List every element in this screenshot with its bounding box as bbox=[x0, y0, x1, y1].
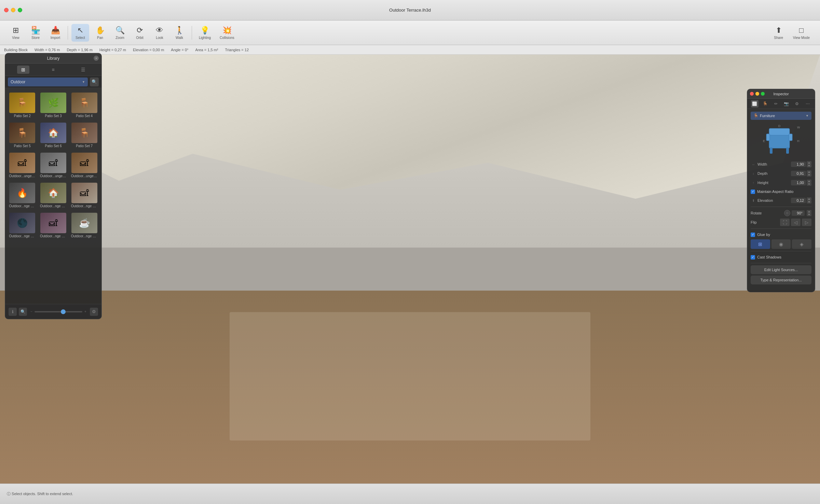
elevation-decrement[interactable]: ▼ bbox=[807, 200, 811, 204]
library-search-button[interactable]: 🔍 bbox=[90, 78, 99, 86]
elevation-value[interactable]: 0,12 bbox=[791, 198, 806, 203]
glue-wall-button[interactable]: ◉ bbox=[771, 239, 791, 249]
toolbar-zoom[interactable]: 🔍 Zoom bbox=[111, 24, 129, 42]
library-category-dropdown[interactable]: Outdoor ▼ bbox=[8, 78, 88, 86]
library-item-lounge3[interactable]: 🛋 Outdoor...unge Set 3 bbox=[70, 151, 99, 179]
library-bottom-btn-1[interactable]: ℹ bbox=[9, 308, 17, 316]
inspector-body: 🪑 Furniture ▼ D W H E bbox=[747, 109, 815, 289]
library-item-patio3[interactable]: 🌿 Patio Set 3 bbox=[39, 91, 68, 119]
library-item-thumb-lounge1: 🛋 bbox=[9, 153, 35, 173]
inspector-tl-red[interactable] bbox=[750, 92, 754, 96]
minimize-button[interactable] bbox=[11, 8, 15, 12]
library-item-lounge6[interactable]: 🛋 Outdoor...nge Set 6 bbox=[70, 181, 99, 209]
toolbar-import[interactable]: 📥 Import bbox=[46, 24, 64, 42]
library-item-patio7[interactable]: 🪑 Patio Set 7 bbox=[70, 121, 99, 149]
flip-right-button[interactable]: ▷ bbox=[802, 219, 811, 226]
inspector-tab-material[interactable]: 🪑 bbox=[762, 100, 769, 108]
inspector-tab-more[interactable]: ⋯ bbox=[804, 100, 811, 108]
toolbar-collisions[interactable]: 💥 Collisions bbox=[216, 24, 238, 42]
toolbar-view[interactable]: ⊞ View bbox=[7, 24, 25, 42]
library-settings-button[interactable]: ⚙ bbox=[90, 308, 98, 316]
maximize-button[interactable] bbox=[18, 8, 22, 12]
width-value[interactable]: 1,90 bbox=[791, 162, 806, 167]
library-item-lounge7[interactable]: 🌑 Outdoor...nge Set 7 bbox=[8, 211, 37, 239]
toolbar-select[interactable]: ↖ Select bbox=[71, 24, 89, 42]
glue-floor-button[interactable]: ⊞ bbox=[751, 239, 770, 249]
inspector-tab-settings[interactable]: ⚙ bbox=[793, 100, 801, 108]
rotate-value[interactable]: 90° bbox=[792, 210, 805, 216]
info-bar: Building Block Width = 0,76 m Depth = 1,… bbox=[0, 45, 820, 55]
zoom-in-icon: + bbox=[84, 310, 86, 313]
toolbar-lighting[interactable]: 💡 Lighting bbox=[195, 24, 214, 42]
inspector-tab-camera[interactable]: 📷 bbox=[783, 100, 790, 108]
rotate-decrement[interactable]: ▼ bbox=[807, 213, 811, 216]
rotate-increment[interactable]: ▲ bbox=[807, 210, 811, 213]
elevation-increment[interactable]: ▲ bbox=[807, 197, 811, 200]
library-item-patio4[interactable]: 🪑 Patio Set 4 bbox=[70, 91, 99, 119]
width-decrement[interactable]: ▼ bbox=[807, 164, 811, 167]
collisions-icon: 💥 bbox=[222, 26, 232, 35]
library-item-lounge5[interactable]: 🏠 Outdoor...nge Set 5 bbox=[39, 181, 68, 209]
inspector-tl-yellow[interactable] bbox=[755, 92, 759, 96]
cast-shadows-label: Cast Shadows bbox=[757, 255, 781, 259]
height-increment[interactable]: ▲ bbox=[807, 180, 811, 183]
toolbar-walk[interactable]: 🚶 Walk bbox=[170, 24, 188, 42]
glue-by-checkbox[interactable]: ✓ bbox=[751, 233, 755, 237]
inspector-tab-edit[interactable]: ✏ bbox=[772, 100, 780, 108]
inspector-divider-1 bbox=[751, 207, 811, 207]
library-item-patio6[interactable]: 🏠 Patio Set 6 bbox=[39, 121, 68, 149]
library-slider-thumb[interactable] bbox=[61, 309, 66, 314]
toolbar-look[interactable]: 👁 Look bbox=[151, 24, 168, 42]
library-item-lounge9[interactable]: ☕ Outdoor...nge Set 9 bbox=[70, 211, 99, 239]
inspector-tab-object[interactable]: ⬜ bbox=[751, 100, 758, 108]
library-item-patio5[interactable]: 🪑 Patio Set 5 bbox=[8, 121, 37, 149]
viewmode-label: View Mode bbox=[793, 36, 810, 40]
library-category-label: Outdoor bbox=[11, 80, 25, 84]
library-size-slider[interactable] bbox=[35, 311, 82, 312]
library-item-thumb-lounge6: 🛋 bbox=[71, 183, 97, 203]
close-button[interactable] bbox=[4, 8, 9, 12]
cast-shadows-checkbox[interactable]: ✓ bbox=[751, 255, 755, 260]
library-close-button[interactable]: ✕ bbox=[94, 56, 99, 61]
toolbar-share[interactable]: ⬆ Share bbox=[770, 24, 788, 42]
info-area: Area = 1,5 m² bbox=[195, 48, 218, 52]
edit-light-sources-button[interactable]: Edit Light Sources... bbox=[751, 265, 811, 274]
share-icon: ⬆ bbox=[776, 26, 782, 35]
rotate-knob[interactable] bbox=[784, 210, 790, 216]
library-item-lounge4[interactable]: 🔥 Outdoor...nge Set 4 bbox=[8, 181, 37, 209]
depth-value[interactable]: 0,91 bbox=[791, 171, 806, 176]
glue-ceiling-button[interactable]: ◈ bbox=[792, 239, 811, 249]
toolbar-orbit[interactable]: ⟳ Orbit bbox=[131, 24, 149, 42]
library-bottom-btn-2[interactable]: 🔍 bbox=[19, 308, 27, 316]
depth-decrement[interactable]: ▼ bbox=[807, 173, 811, 177]
inspector-furniture-dropdown[interactable]: 🪑 Furniture ▼ bbox=[751, 112, 811, 120]
width-label: Width bbox=[757, 162, 791, 166]
library-tab-detail[interactable]: ☰ bbox=[77, 66, 90, 74]
lighting-icon: 💡 bbox=[200, 26, 209, 35]
toolbar-pan[interactable]: ✋ Pan bbox=[91, 24, 109, 42]
width-increment[interactable]: ▲ bbox=[807, 161, 811, 164]
main-viewport[interactable] bbox=[0, 55, 820, 484]
elevation-icon: ⬆ bbox=[751, 198, 756, 203]
inspector-tl-green[interactable] bbox=[761, 92, 765, 96]
library-item-patio2[interactable]: 🪑 Patio Set 2 bbox=[8, 91, 37, 119]
toolbar-viewmode[interactable]: □ View Mode bbox=[790, 24, 813, 42]
library-item-lounge2[interactable]: 🛋 Outdoor...unge Set 2 bbox=[39, 151, 68, 179]
library-tab-grid[interactable]: ⊞ bbox=[17, 66, 29, 74]
glue-by-icons: ⊞ ◉ ◈ bbox=[751, 239, 811, 249]
flip-left-button[interactable]: ◁ bbox=[791, 219, 801, 226]
maintain-aspect-ratio-checkbox[interactable]: ✓ bbox=[751, 190, 755, 194]
collisions-label: Collisions bbox=[220, 36, 234, 40]
library-tab-list[interactable]: ≡ bbox=[47, 66, 58, 74]
rotate-stepper: ▲ ▼ bbox=[807, 210, 811, 216]
library-item-lounge8[interactable]: 🛋 Outdoor...nge Set 8 bbox=[39, 211, 68, 239]
height-value[interactable]: 1,00 bbox=[791, 180, 806, 185]
chair-leg-fl bbox=[770, 148, 773, 154]
toolbar-store[interactable]: 🏪 Store bbox=[27, 24, 44, 42]
library-item-lounge1[interactable]: 🛋 Outdoor...unge Set 1 bbox=[8, 151, 37, 179]
height-decrement[interactable]: ▼ bbox=[807, 183, 811, 186]
type-representation-button[interactable]: Type & Representation... bbox=[751, 276, 811, 284]
library-item-label-lounge3: Outdoor...unge Set 3 bbox=[71, 174, 98, 178]
flip-horizontal-button[interactable]: ⛶ bbox=[780, 219, 790, 226]
depth-increment[interactable]: ▲ bbox=[807, 170, 811, 173]
